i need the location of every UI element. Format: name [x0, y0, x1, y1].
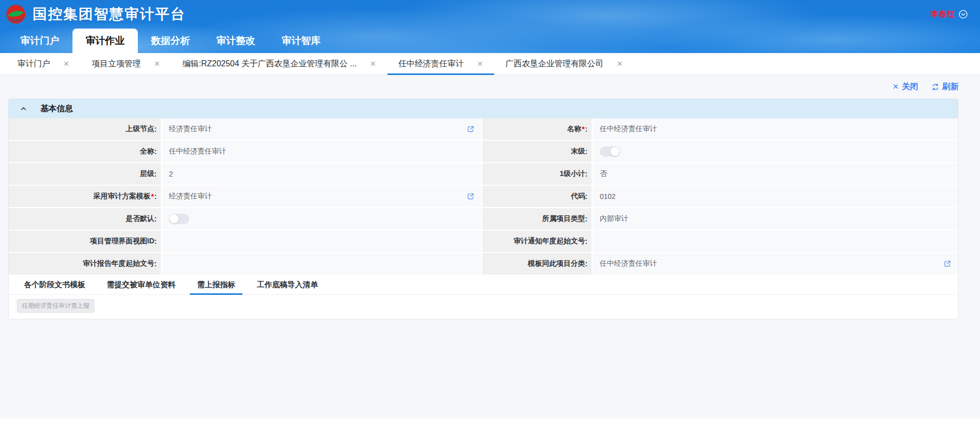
required-mark: * [151, 192, 154, 200]
label-colon: : [585, 192, 587, 200]
field-value: 内部审计 [600, 214, 628, 223]
refresh-page-label: 刷新 [942, 82, 959, 92]
brand-row: 国控集团智慧审计平台 李春红 [0, 0, 980, 29]
close-icon[interactable]: ✕ [63, 60, 69, 68]
section-title: 基本信息 [40, 104, 73, 114]
logo-icon [6, 5, 26, 24]
label-colon: : [585, 147, 587, 156]
field-label-text: 上级节点 [126, 124, 154, 134]
field-report-start-no-label: 审计报告年度起始文号: [9, 253, 162, 274]
field-notice-start-no[interactable] [593, 231, 958, 252]
field-project-type[interactable]: 内部审计 [593, 208, 958, 230]
field-template-category-label: 模板同此项目分类: [482, 253, 593, 274]
label-colon: : [154, 192, 157, 200]
close-page-button[interactable]: ✕ 关闭 [892, 82, 918, 92]
field-is-default [162, 208, 482, 230]
bottom-strip [0, 418, 980, 428]
detail-tab-bar: 各个阶段文书模板 需提交被审单位资料 需上报指标 工作底稿导入清单 [9, 275, 958, 295]
field-name[interactable]: 任中经济责任审计 [593, 118, 958, 140]
section-header-basic-info[interactable]: 基本信息 [9, 99, 958, 118]
close-icon[interactable]: ✕ [154, 60, 160, 68]
subtab-indicators-to-report[interactable]: 需上报指标 [190, 275, 242, 294]
required-mark: * [582, 125, 584, 133]
field-full-name-label: 全称: [9, 141, 162, 162]
tab-label[interactable]: 项目立项管理 [92, 59, 141, 69]
form-row: 层级: 2 1级小计: 否 [9, 163, 958, 186]
field-label-text: 全称 [140, 147, 154, 156]
field-label-text: 采用审计方案模板 [93, 192, 151, 201]
chevron-down-icon[interactable] [959, 10, 968, 19]
external-link-icon[interactable] [467, 125, 474, 133]
subtab-stage-document-templates[interactable]: 各个阶段文书模板 [17, 275, 92, 294]
tab-label[interactable]: 编辑:RZ202504 关于广西农垦企业管理有限公 ... [182, 59, 356, 69]
tab-edit-rz202504[interactable]: 编辑:RZ202504 关于广西农垦企业管理有限公 ... ✕ [171, 53, 387, 74]
field-level-label: 层级: [9, 163, 162, 185]
field-report-start-no[interactable] [162, 253, 482, 274]
user-name[interactable]: 李春红 [930, 9, 955, 20]
label-colon: : [585, 237, 587, 245]
form-row: 是否默认: 所属项目类型: 内部审计 [9, 208, 958, 231]
subtab-working-paper-import-list[interactable]: 工作底稿导入清单 [250, 275, 325, 294]
form-row: 全称: 任中经济责任审计 末级: [9, 141, 958, 163]
field-level1-subtotal[interactable]: 否 [593, 163, 958, 185]
field-level[interactable]: 2 [162, 163, 482, 185]
tab-label[interactable]: 任中经济责任审计 [399, 59, 464, 69]
field-label-text: 1级小计 [560, 169, 585, 179]
primary-nav: 审计门户 审计作业 数据分析 审计整改 审计智库 [0, 29, 980, 53]
user-menu[interactable]: 李春红 [930, 9, 968, 20]
field-template-category[interactable]: 任中经济责任审计 [593, 253, 958, 274]
field-label-text: 审计报告年度起始文号 [83, 259, 154, 268]
page-actions: ✕ 关闭 刷新 [8, 75, 959, 98]
field-full-name[interactable]: 任中经济责任审计 [162, 141, 482, 162]
close-icon[interactable]: ✕ [370, 60, 376, 68]
field-label-text: 模板同此项目分类 [528, 259, 585, 268]
field-view-id[interactable] [162, 231, 482, 252]
refresh-page-button[interactable]: 刷新 [932, 82, 959, 92]
indicator-tag[interactable]: 任期经济责任审计需上报 [17, 299, 94, 313]
nav-item-data-analysis[interactable]: 数据分析 [138, 29, 203, 53]
tab-label[interactable]: 审计门户 [17, 59, 50, 69]
close-icon: ✕ [892, 82, 899, 91]
last-level-toggle[interactable] [600, 146, 620, 157]
label-colon: : [154, 237, 157, 245]
label-colon: : [154, 147, 157, 156]
nav-item-audit-portal[interactable]: 审计门户 [7, 29, 72, 53]
tab-project-approval[interactable]: 项目立项管理 ✕ [81, 53, 172, 74]
close-icon[interactable]: ✕ [617, 60, 623, 68]
field-value: 经济责任审计 [169, 192, 212, 201]
field-parent-node[interactable]: 经济责任审计 [162, 118, 482, 140]
field-value: 任中经济责任审计 [600, 259, 657, 268]
nav-item-audit-work[interactable]: 审计作业 [72, 29, 138, 53]
label-colon: : [585, 260, 587, 268]
external-link-icon[interactable] [944, 260, 951, 267]
field-audit-plan-template-label: 采用审计方案模板*: [9, 186, 162, 207]
app-root: 国控集团智慧审计平台 李春红 审计门户 审计作业 数据分析 审计整改 审计智库 … [0, 0, 980, 428]
field-label-text: 项目管理界面视图ID [90, 237, 154, 246]
external-link-icon[interactable] [467, 193, 474, 200]
field-name-label: 名称*: [482, 118, 593, 140]
form-row: 采用审计方案模板*: 经济责任审计 代码: [9, 186, 958, 208]
label-colon: : [154, 125, 157, 133]
nav-item-audit-rectification[interactable]: 审计整改 [203, 29, 268, 53]
tab-label[interactable]: 广西农垦企业管理有限公司 [505, 59, 603, 69]
form-row: 上级节点: 经济责任审计 名称*: [9, 118, 958, 141]
field-label-text: 名称 [567, 124, 581, 134]
tab-incumbency-economic-audit[interactable]: 任中经济责任审计 ✕ [387, 53, 495, 74]
content-area: ✕ 关闭 刷新 [0, 75, 980, 418]
nav-item-audit-knowledge[interactable]: 审计智库 [268, 29, 334, 53]
field-value: 任中经济责任审计 [169, 147, 226, 156]
field-audit-plan-template[interactable]: 经济责任审计 [162, 186, 482, 207]
tab-audit-portal[interactable]: 审计门户 ✕ [6, 53, 81, 74]
refresh-icon [932, 83, 939, 91]
tab-guangxi-nongken-company[interactable]: 广西农垦企业管理有限公司 ✕ [494, 53, 634, 74]
field-label-text: 是否默认 [126, 214, 154, 223]
field-label-text: 末级 [571, 147, 585, 156]
field-code[interactable]: 0102 [593, 186, 958, 207]
collapse-caret-icon[interactable] [20, 105, 27, 112]
subtab-required-auditee-materials[interactable]: 需提交被审单位资料 [100, 275, 183, 294]
label-colon: : [585, 215, 587, 223]
field-value: 0102 [600, 192, 616, 200]
field-last-level-label: 末级: [482, 141, 593, 162]
is-default-toggle[interactable] [169, 214, 189, 224]
close-icon[interactable]: ✕ [477, 60, 483, 68]
